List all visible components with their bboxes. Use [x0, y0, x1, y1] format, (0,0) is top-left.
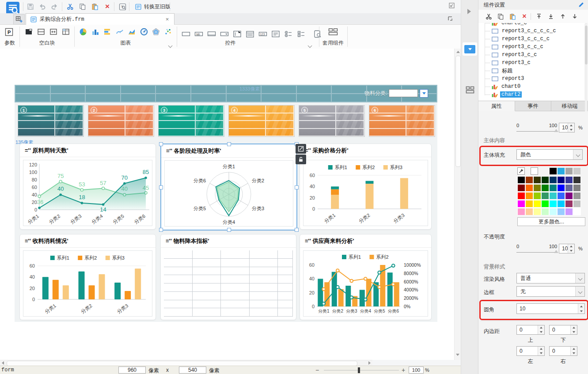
color-swatch[interactable] — [541, 208, 549, 215]
scroll-left-icon[interactable] — [2, 361, 4, 365]
color-swatch[interactable] — [549, 176, 557, 184]
color-swatch[interactable] — [541, 192, 549, 200]
widget-group-expand-icon[interactable] — [308, 42, 312, 46]
report-block-icon[interactable] — [61, 27, 70, 36]
spin-up-icon[interactable] — [538, 347, 544, 351]
file-tab[interactable]: 采购综合分析.frm × — [26, 13, 175, 25]
color-swatch[interactable] — [557, 167, 565, 175]
border-dropdown[interactable]: 无 — [516, 286, 585, 297]
delete-icon[interactable]: × — [102, 2, 112, 11]
zoom-in-button[interactable]: + — [402, 366, 405, 374]
panel-widget-icon[interactable] — [233, 30, 242, 38]
gauge-chart-icon[interactable] — [140, 27, 148, 36]
color-swatch[interactable] — [525, 208, 533, 215]
edit-chart-button[interactable] — [296, 144, 306, 154]
lock-widget-button[interactable] — [296, 155, 306, 164]
component-settings-toggle[interactable] — [463, 42, 477, 56]
resize-handle[interactable] — [295, 228, 299, 232]
resize-handle[interactable] — [159, 142, 163, 146]
widget-opacity-slider[interactable]: 0 100 — [516, 123, 557, 133]
parameter-pane-icon[interactable]: P — [4, 27, 13, 36]
chart-block-stage-ontime[interactable]: ='' 各阶段处理及时率' 分类1分类2分类3分类4分类5分类6 — [160, 144, 297, 230]
radiogroup-widget-icon[interactable] — [284, 30, 293, 38]
tree-item-report3_c_c[interactable]: report3_c_c — [492, 51, 588, 59]
reuse-component-icon[interactable] — [328, 27, 338, 36]
tab-events[interactable]: 事件 — [515, 101, 552, 111]
combobox-widget-icon[interactable] — [220, 30, 229, 38]
label-widget-icon[interactable]: lab — [194, 30, 203, 38]
kpi-card-5[interactable]: 5 — [299, 105, 365, 137]
checkboxgroup-widget-icon[interactable] — [297, 30, 306, 38]
radar-chart-icon[interactable] — [152, 27, 160, 36]
color-swatch[interactable] — [525, 200, 533, 208]
color-swatch[interactable] — [517, 192, 525, 200]
copy-icon[interactable] — [497, 12, 505, 20]
color-swatch[interactable] — [517, 176, 525, 184]
color-swatch[interactable] — [541, 184, 549, 192]
color-swatch[interactable] — [573, 184, 581, 192]
copy-icon[interactable] — [78, 2, 87, 11]
vertical-scroll-thumb[interactable] — [455, 56, 461, 167]
render-style-dropdown[interactable]: 普通 — [516, 273, 585, 283]
chart-block-material-turnover[interactable]: ='' 原料周转天数' 0204060801001203675535740454… — [19, 144, 156, 230]
bar-chart-icon[interactable] — [103, 27, 112, 36]
spin-up-icon[interactable] — [571, 347, 577, 351]
convert-legacy-button[interactable]: 转换至旧版 — [133, 2, 173, 11]
color-swatch[interactable] — [549, 184, 557, 192]
spin-down-icon[interactable] — [538, 330, 544, 334]
spin-down-icon[interactable] — [571, 351, 577, 355]
color-swatch[interactable] — [573, 176, 581, 184]
color-swatch[interactable] — [573, 208, 581, 215]
fill-opacity-slider[interactable]: 0 100 — [516, 244, 557, 254]
edit-pencil-icon[interactable] — [578, 1, 584, 8]
body-settings-icon[interactable] — [466, 86, 474, 94]
color-swatch[interactable] — [557, 176, 565, 184]
color-swatch[interactable] — [565, 167, 573, 175]
canvas-block-icon[interactable] — [24, 27, 33, 36]
move-to-top-icon[interactable] — [535, 12, 543, 20]
canvas-horizontal-scrollbar[interactable] — [0, 360, 372, 366]
cut-icon[interactable] — [485, 12, 493, 20]
kpi-card-6[interactable]: 6 — [369, 105, 435, 137]
color-swatch[interactable] — [549, 208, 557, 215]
tree-item-report3_c[interactable]: report3_c — [492, 59, 588, 67]
collapse-ribbon-icon[interactable] — [447, 15, 454, 22]
spin-down-icon[interactable] — [568, 249, 574, 253]
design-width-input[interactable]: 960 — [118, 366, 146, 374]
tree-item-标题[interactable]: 标题 — [492, 67, 588, 75]
find-replace-icon[interactable]: T — [118, 2, 127, 11]
color-swatch[interactable] — [533, 200, 541, 208]
slider-handle[interactable] — [554, 129, 558, 132]
resize-handle[interactable] — [227, 228, 231, 232]
color-swatch[interactable] — [565, 192, 573, 200]
zoom-slider-track[interactable] — [324, 370, 399, 370]
kpi-card-2[interactable]: 2 — [88, 105, 154, 137]
color-swatch[interactable] — [565, 208, 573, 215]
panel-scroll-thumb[interactable] — [585, 26, 588, 64]
material-filter-input[interactable] — [389, 89, 418, 97]
padding-bottom-spinner[interactable]: 0 — [549, 325, 577, 335]
multiline-widget-icon[interactable] — [271, 30, 280, 38]
design-height-input[interactable]: 540 — [179, 366, 206, 374]
resize-handle[interactable] — [227, 142, 231, 146]
empty-data-table[interactable] — [164, 250, 293, 317]
material-filter-dropdown-button[interactable] — [420, 89, 428, 98]
zoom-slider-thumb[interactable] — [358, 367, 360, 373]
delete-icon[interactable]: × — [520, 12, 528, 20]
color-swatch[interactable] — [541, 200, 549, 208]
move-to-bottom-icon[interactable] — [547, 12, 555, 20]
spin-up-icon[interactable] — [578, 304, 584, 309]
chart-group-expand-icon[interactable] — [169, 42, 172, 46]
chevron-down-icon[interactable] — [575, 273, 584, 283]
color-swatch[interactable] — [549, 167, 557, 175]
color-swatch[interactable] — [557, 200, 565, 208]
line-chart-icon[interactable] — [116, 27, 124, 36]
zoom-value-input[interactable]: 100 — [409, 366, 424, 374]
chart-block-receive-consume[interactable]: ='' 收料消耗情况' 系列1系列2系列30204060分类1分类2分类3 — [19, 234, 156, 320]
tree-item-chart2[interactable]: chart2 — [492, 91, 588, 98]
color-swatch[interactable] — [533, 184, 541, 192]
redo-icon[interactable] — [49, 2, 59, 11]
save-icon[interactable] — [26, 2, 35, 11]
chart-area[interactable]: 分类1分类2分类3分类4分类5分类6 — [164, 160, 293, 227]
scroll-right-icon[interactable] — [368, 361, 371, 365]
